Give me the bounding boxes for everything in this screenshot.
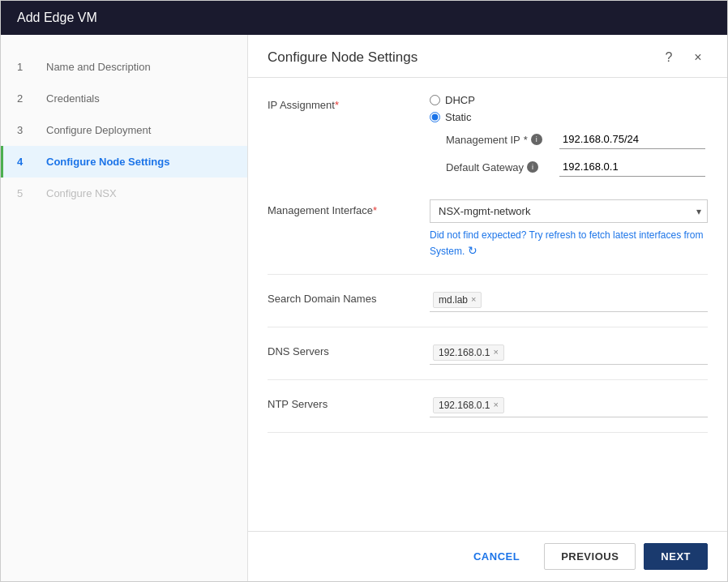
default-gateway-info-icon[interactable]: i [527,161,538,173]
next-button[interactable]: NEXT [644,543,708,570]
refresh-icon[interactable]: ↻ [468,242,477,259]
ntp-servers-label: NTP Servers [268,393,430,410]
sidebar-item-credentials[interactable]: 2 Credentials [1,83,247,114]
default-gateway-label: Default Gateway i [446,161,559,173]
main-panel: Configure Node Settings ? × IP Assignmen… [248,35,727,581]
search-domain-tag-md-lab: md.lab × [433,292,482,308]
sidebar: 1 Name and Description 2 Credentials 3 C… [1,35,248,581]
ip-assignment-label: IP Assignment* [268,94,430,111]
ntp-servers-control: 192.168.0.1 × [430,393,708,417]
panel-header: Configure Node Settings ? × [248,35,727,78]
step-number-4: 4 [17,156,36,168]
close-icon-button[interactable]: × [688,48,708,67]
dhcp-label[interactable]: DHCP [445,94,475,106]
dns-tag-close[interactable]: × [493,348,498,357]
sidebar-label-4: Configure Node Settings [46,156,169,168]
dhcp-radio[interactable] [430,95,440,105]
add-edge-vm-dialog: Add Edge VM 1 Name and Description 2 Cre… [0,0,728,582]
step-number-1: 1 [17,61,36,73]
static-label[interactable]: Static [445,111,472,123]
static-radio-item[interactable]: Static [430,111,708,123]
panel-icons: ? × [659,48,708,67]
sidebar-item-configure-nsx: 5 Configure NSX [1,178,247,209]
search-domain-row: Search Domain Names md.lab × [268,288,708,312]
management-ip-label: Management IP* i [446,134,559,146]
dialog-title: Add Edge VM [17,11,97,24]
dns-servers-label: DNS Servers [268,340,430,357]
tag-close-md-lab[interactable]: × [471,295,476,304]
sidebar-label-2: Credentials [46,92,100,105]
ntp-servers-tag-input[interactable]: 192.168.0.1 × [430,393,708,417]
sidebar-item-name-description[interactable]: 1 Name and Description [1,51,247,83]
management-interface-select[interactable]: NSX-mgmt-network VM Network Management [430,199,708,223]
panel-title: Configure Node Settings [268,49,418,66]
dialog-header: Add Edge VM [1,1,727,35]
step-number-2: 2 [17,92,36,105]
sidebar-item-configure-deployment[interactable]: 3 Configure Deployment [1,114,247,146]
search-domain-tag-input[interactable]: md.lab × [430,288,708,312]
sidebar-label-3: Configure Deployment [46,124,151,136]
management-interface-select-wrapper: NSX-mgmt-network VM Network Management ▾ [430,199,708,223]
tag-label: md.lab [439,294,468,306]
step-number-5: 5 [17,187,36,199]
previous-button[interactable]: PREVIOUS [544,543,636,570]
interface-hint-text: Did not find expected? Try refresh to fe… [430,228,708,259]
ip-assignment-radio-group: DHCP Static [430,94,708,123]
help-icon-button[interactable]: ? [659,48,679,67]
ip-assignment-control: DHCP Static Management IP* [430,94,708,185]
ip-assignment-row: IP Assignment* DHCP Static [268,94,708,185]
default-gateway-input[interactable] [559,157,705,177]
search-domain-control: md.lab × [430,288,708,312]
static-radio[interactable] [430,112,440,122]
management-interface-control: NSX-mgmt-network VM Network Management ▾… [430,199,708,259]
sidebar-label-5: Configure NSX [46,187,117,199]
ntp-tag-1: 192.168.0.1 × [433,397,504,413]
sidebar-label-1: Name and Description [46,61,151,73]
dhcp-radio-item[interactable]: DHCP [430,94,708,106]
ntp-servers-row: NTP Servers 192.168.0.1 × [268,393,708,417]
management-ip-row: Management IP* i [446,130,708,149]
default-gateway-row: Default Gateway i [446,157,708,177]
ntp-tag-label: 192.168.0.1 [439,400,490,411]
divider-1 [268,274,708,275]
cancel-button[interactable]: CANCEL [457,543,536,570]
divider-2 [268,327,708,327]
management-ip-info-icon[interactable]: i [531,134,542,145]
dialog-footer: CANCEL PREVIOUS NEXT [248,531,727,581]
divider-4 [268,432,708,433]
sidebar-item-configure-node[interactable]: 4 Configure Node Settings [1,146,247,178]
dns-servers-row: DNS Servers 192.168.0.1 × [268,340,708,365]
dns-servers-tag-input[interactable]: 192.168.0.1 × [430,340,708,365]
dns-tag-label: 192.168.0.1 [439,347,490,358]
panel-content: IP Assignment* DHCP Static [248,78,727,531]
divider-3 [268,379,708,380]
management-interface-label: Management Interface* [268,199,430,216]
management-interface-row: Management Interface* NSX-mgmt-network V… [268,199,708,259]
dns-tag-1: 192.168.0.1 × [433,344,504,361]
dialog-body: 1 Name and Description 2 Credentials 3 C… [1,35,727,581]
dns-servers-control: 192.168.0.1 × [430,340,708,365]
management-ip-input[interactable] [559,130,705,149]
ntp-tag-close[interactable]: × [493,400,498,409]
static-subform: Management IP* i Default Gateway i [446,130,708,177]
search-domain-label: Search Domain Names [268,288,430,305]
step-number-3: 3 [17,124,36,136]
